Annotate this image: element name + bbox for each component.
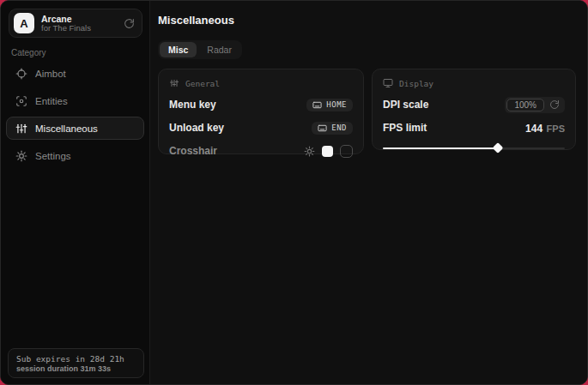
fps-limit-value: 144 <box>525 123 543 135</box>
main-panel: Miscellaneous Misc Radar General <box>150 1 587 384</box>
dpi-scale-row: DPI scale 100% <box>383 98 565 111</box>
scan-eye-icon <box>15 95 27 107</box>
brand-subtitle: for The Finals <box>41 24 117 33</box>
crosshair-icon <box>15 68 27 80</box>
menu-key-label: Menu key <box>169 99 216 111</box>
general-card: General Menu key HOME Unload key <box>158 69 364 154</box>
keycap-icon <box>312 100 322 110</box>
sidebar-item-entities[interactable]: Entities <box>6 89 144 112</box>
session-duration-text: session duration 31m 33s <box>16 364 136 373</box>
sidebar: A Arcane for The Finals Category <box>1 1 150 384</box>
app-window: A Arcane for The Finals Category <box>0 0 588 385</box>
crosshair-checkbox[interactable] <box>340 145 353 158</box>
fps-limit-unit: FPS <box>547 123 565 134</box>
gear-icon <box>15 150 27 162</box>
dpi-scale-control: 100% <box>505 97 565 113</box>
dpi-scale-label: DPI scale <box>383 99 428 111</box>
fps-slider-fill <box>383 147 498 149</box>
unload-key-row: Unload key END <box>169 121 353 135</box>
brand-card: A Arcane for The Finals <box>9 9 142 38</box>
general-card-header: General <box>169 78 353 88</box>
page-title: Miscellaneous <box>158 14 234 27</box>
unload-key-bind-button[interactable]: END <box>312 122 353 135</box>
display-card-header: Display <box>383 78 565 88</box>
sliders-icon <box>15 123 27 135</box>
refresh-icon[interactable] <box>124 18 135 29</box>
sidebar-item-label: Entities <box>35 96 68 106</box>
cards-row: General Menu key HOME Unload key <box>158 69 576 154</box>
subscription-info-card: Sub expires in 28d 21h session duration … <box>8 348 144 378</box>
crosshair-row: Crosshair <box>169 144 353 158</box>
keycap-icon <box>318 123 327 133</box>
general-card-title: General <box>185 79 220 88</box>
monitor-icon <box>383 78 393 88</box>
dpi-scale-value[interactable]: 100% <box>506 99 544 111</box>
sidebar-item-label: Aimbot <box>35 69 66 79</box>
unload-key-value: END <box>331 123 347 132</box>
fps-limit-slider[interactable] <box>383 145 565 152</box>
brand-text: Arcane for The Finals <box>41 14 117 33</box>
brand-name: Arcane <box>41 14 117 24</box>
dpi-refresh-icon[interactable] <box>549 99 560 110</box>
sidebar-item-miscellaneous[interactable]: Miscellaneous <box>6 117 144 140</box>
sub-expires-text: Sub expires in 28d 21h <box>16 354 136 364</box>
menu-key-row: Menu key HOME <box>169 98 353 111</box>
tab-misc[interactable]: Misc <box>160 42 197 57</box>
sidebar-item-label: Settings <box>35 151 71 161</box>
tab-bar: Misc Radar <box>158 40 242 59</box>
fps-slider-thumb[interactable] <box>492 142 503 153</box>
category-label: Category <box>11 48 46 57</box>
display-card: Display DPI scale 100% FPS limit <box>372 69 576 150</box>
sidebar-item-label: Miscellaneous <box>35 123 98 134</box>
unload-key-label: Unload key <box>169 122 224 134</box>
sidebar-item-aimbot[interactable]: Aimbot <box>6 62 144 85</box>
crosshair-settings-gear-icon[interactable] <box>304 146 315 157</box>
sidebar-item-settings[interactable]: Settings <box>6 144 144 167</box>
keyboard-icon <box>169 78 179 88</box>
crosshair-controls <box>304 145 353 158</box>
crosshair-color-swatch[interactable] <box>322 146 333 157</box>
fps-limit-value-group: 144 FPS <box>525 120 565 135</box>
display-card-title: Display <box>399 79 433 88</box>
tab-radar[interactable]: Radar <box>198 42 240 57</box>
menu-key-bind-button[interactable]: HOME <box>306 99 353 111</box>
sidebar-nav: Aimbot Entities <box>6 62 144 167</box>
fps-limit-row: FPS limit 144 FPS <box>383 121 565 135</box>
crosshair-label: Crosshair <box>169 145 217 157</box>
menu-key-value: HOME <box>326 100 347 109</box>
fps-limit-label: FPS limit <box>383 122 427 134</box>
brand-logo: A <box>14 13 34 33</box>
